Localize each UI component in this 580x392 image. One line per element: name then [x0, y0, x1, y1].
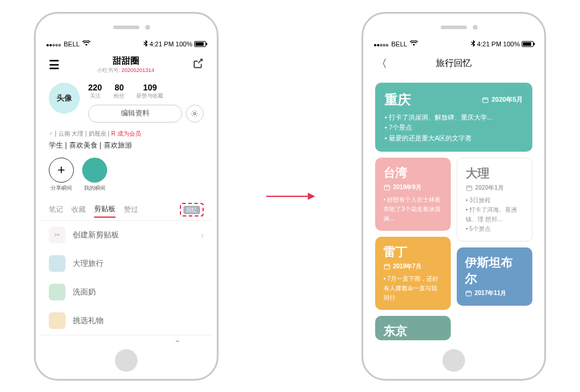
message-badge: 6	[173, 341, 182, 341]
memory-card-chongqing[interactable]: 重庆 2020年5月 • 打卡了洪崖洞、解放碑、重庆大学... • 7个景点 •…	[375, 83, 532, 152]
calendar-icon	[466, 184, 473, 192]
clipboard-item-dali[interactable]: 大理旅行	[40, 249, 212, 278]
page-title: 旅行回忆	[376, 58, 531, 69]
battery-icon	[522, 41, 534, 47]
memory-cards-list[interactable]: 重庆 2020年5月 • 打卡了洪崖洞、解放碑、重庆大学... • 7个景点 •…	[368, 77, 540, 341]
calendar-icon	[482, 96, 489, 104]
tab-clipboards[interactable]: 剪贴板	[94, 202, 116, 218]
wifi-icon	[410, 40, 418, 48]
tab-liked[interactable]: 赞过	[124, 202, 138, 217]
create-clipboard-icon	[49, 227, 66, 243]
share-icon[interactable]	[192, 58, 204, 72]
tab-notes[interactable]: 笔记	[49, 202, 63, 217]
stat-followers[interactable]: 80粉丝	[114, 83, 124, 100]
svg-rect-4	[467, 186, 472, 191]
my-moment-button[interactable]: 我的瞬间	[82, 158, 107, 192]
time-label: 4:21 PM	[477, 40, 501, 48]
bluetooth-icon	[144, 40, 148, 48]
create-clipboard-item[interactable]: 创建新剪贴板 ›	[40, 221, 212, 249]
bluetooth-icon	[471, 40, 475, 48]
memories-pill: 回忆	[183, 206, 200, 214]
bottom-nav: 首页 商城 + 消息 6 我	[40, 335, 212, 341]
battery-percent: 100%	[503, 40, 520, 48]
folder-icon	[49, 255, 66, 272]
clipboard-item-gifts[interactable]: 挑选礼物	[40, 306, 212, 335]
content-tabs: 笔记 收藏 剪贴板 赞过 回忆	[40, 198, 212, 221]
battery-icon	[194, 41, 206, 47]
svg-rect-3	[385, 265, 390, 269]
svg-rect-2	[385, 186, 390, 190]
flow-arrow-icon	[266, 196, 314, 197]
status-bar: BELL 4:21 PM 100%	[40, 37, 212, 51]
home-button[interactable]	[115, 349, 138, 372]
svg-rect-5	[466, 291, 472, 296]
time-label: 4:21 PM	[149, 40, 174, 48]
page-title: 甜甜圈	[60, 55, 192, 67]
user-id-label: 小红书号: 20205201314	[60, 67, 192, 74]
edit-profile-button[interactable]: 编辑资料	[88, 105, 182, 123]
moment-thumb-icon	[82, 158, 107, 183]
tab-favorites[interactable]: 收藏	[71, 202, 86, 217]
memories-header: 〈 旅行回忆	[368, 51, 540, 77]
signal-dots-icon	[46, 40, 61, 48]
carrier-label: BELL	[64, 40, 80, 48]
settings-button[interactable]	[186, 105, 204, 123]
carrier-label: BELL	[391, 40, 407, 48]
home-button[interactable]	[442, 349, 465, 372]
menu-icon[interactable]: ☰	[49, 58, 60, 72]
phone-right-memories: BELL 4:21 PM 100% 〈 旅行回忆 重庆	[361, 12, 546, 381]
plus-icon: +	[49, 158, 74, 183]
profile-header: ☰ 甜甜圈 小红书号: 20205201314	[40, 51, 212, 79]
avatar[interactable]: 头像	[49, 83, 80, 114]
stat-likes[interactable]: 109获赞与收藏	[136, 83, 163, 100]
wifi-icon	[82, 40, 91, 48]
signal-dots-icon	[374, 40, 389, 48]
svg-point-0	[194, 112, 196, 115]
memory-card-tokyo[interactable]: 东京	[375, 316, 451, 340]
status-bar: BELL 4:21 PM 100%	[368, 37, 540, 51]
clipboard-item-cleanser[interactable]: 洗面奶	[40, 278, 212, 306]
calendar-icon	[383, 263, 391, 270]
calendar-icon	[383, 184, 391, 191]
memory-card-reading[interactable]: 雷丁 2019年7月 • 7月一直下雨，还好有人撑着伞一直与我同行	[375, 237, 451, 310]
user-tags: ♂ | 云南 大理 | 奶瓶座 | R 成为会员	[40, 128, 212, 139]
phone-left-profile: BELL 4:21 PM 100% ☰ 甜甜圈 小红书号: 2020520131…	[34, 12, 219, 381]
share-moment-button[interactable]: + 分享瞬间	[49, 158, 74, 192]
memory-card-istanbul[interactable]: 伊斯坦布尔 2017年11月	[457, 247, 532, 306]
battery-percent: 100%	[176, 40, 192, 48]
folder-icon	[49, 312, 66, 329]
memory-card-taiwan[interactable]: 台湾 2019年9月 • 好想有个人在士林夜市吃了3个花生卷冰淇淋...	[375, 158, 451, 231]
folder-icon	[49, 284, 66, 300]
tab-memories-highlight[interactable]: 回忆	[180, 203, 204, 217]
calendar-icon	[465, 290, 472, 297]
memory-card-dali[interactable]: 大理 2020年1月 • 3日旅程 • 打卡了洱海、喜洲镇、理 想邦... • …	[457, 158, 532, 242]
chevron-right-icon: ›	[201, 230, 204, 240]
user-bio: 学生 | 喜欢美食 | 喜欢旅游	[40, 139, 212, 155]
stat-following[interactable]: 220关注	[88, 83, 102, 100]
svg-rect-1	[483, 98, 488, 102]
